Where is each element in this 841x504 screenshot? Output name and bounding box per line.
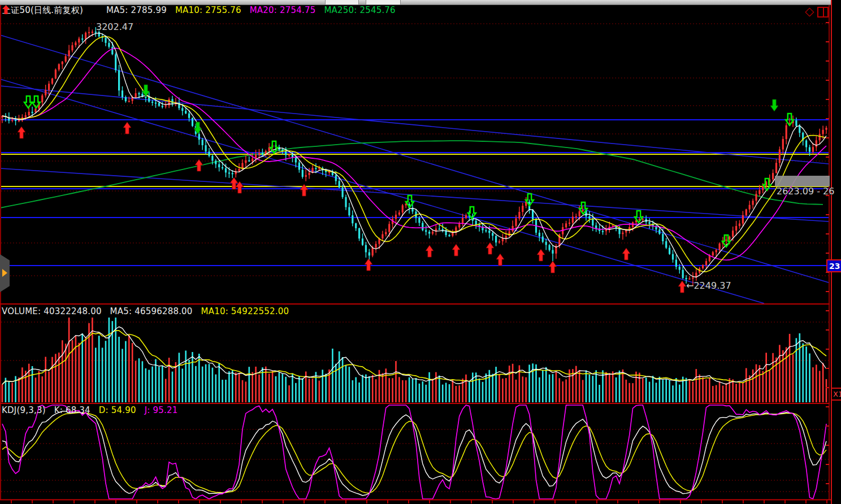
ma5-line xyxy=(2,33,826,277)
right-axis-column xyxy=(831,0,841,504)
toolbar-strip xyxy=(0,0,841,5)
diamond-icon[interactable]: ◇ xyxy=(805,6,814,17)
kdj-j-line xyxy=(2,405,826,499)
kdj-k-value: K: 68.34 xyxy=(54,405,90,415)
chart-canvas[interactable] xyxy=(0,0,841,504)
volume-pane-header: VOLUME: 40322248.00 MA5: 46596288.00 MA1… xyxy=(2,306,294,316)
measure-tool-box[interactable] xyxy=(775,176,830,186)
split-window-icon[interactable] xyxy=(817,7,829,18)
volume-ma10-value: MA10: 54922552.00 xyxy=(201,306,289,316)
kdj-pane-header: KDJ(9,3,3) K: 68.34 D: 54.90 J: 95.21 xyxy=(2,405,184,415)
last-price-axis-badge: 23 xyxy=(826,259,841,272)
measure-range-label: 2623.09 - 26 xyxy=(777,186,834,197)
peak-price-label: 3202.47 xyxy=(96,21,133,32)
kdj-indicator-name: KDJ(9,3,3) xyxy=(2,405,46,415)
kdj-j-value: J: 95.21 xyxy=(145,405,178,415)
up-arrow-icon xyxy=(93,5,101,14)
volume-bars xyxy=(2,318,827,402)
kdj-k-line xyxy=(2,411,826,496)
volume-unit-label: X1 xyxy=(831,388,841,401)
kdj-d-value: D: 54.90 xyxy=(99,405,136,415)
toolbar-button[interactable] xyxy=(366,0,401,5)
ma5-value: MA5: 2785.99 xyxy=(106,5,167,15)
kdj-d-line xyxy=(2,412,826,493)
pane-borders xyxy=(0,5,841,503)
price-gridlines xyxy=(1,24,829,276)
instrument-title: 上证50(日线.前复权) xyxy=(2,5,83,15)
candlesticks xyxy=(1,27,827,286)
trading-app-window: 上证50(日线.前复权)MA5: 2785.99 MA10: 2755.76 M… xyxy=(0,0,841,504)
trough-price-label: ←2249.37 xyxy=(686,280,731,291)
ma10-value: MA10: 2755.76 xyxy=(175,5,241,15)
expand-triangle-icon xyxy=(2,269,7,277)
sidebar-expand-handle[interactable] xyxy=(0,254,10,292)
sell-signal-arrows xyxy=(24,85,794,247)
buy-signal-arrows xyxy=(18,122,686,293)
ma20-value: MA20: 2754.75 xyxy=(250,5,316,15)
main-chart-header: 上证50(日线.前复权)MA5: 2785.99 MA10: 2755.76 M… xyxy=(2,5,401,16)
volume-ma5-value: MA5: 46596288.00 xyxy=(110,306,193,316)
ma250-value: MA250: 2545.76 xyxy=(324,5,395,15)
trend-lines xyxy=(0,35,829,303)
toolbar-button[interactable] xyxy=(325,0,359,5)
volume-value: VOLUME: 40322248.00 xyxy=(2,306,102,316)
